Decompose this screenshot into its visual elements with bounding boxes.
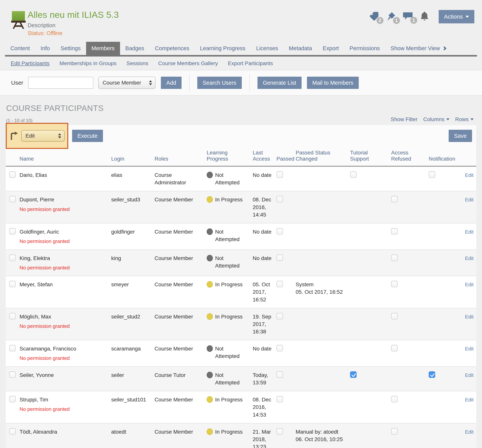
notification-checkbox[interactable] (429, 371, 435, 378)
rows-dropdown[interactable]: Rows (455, 116, 474, 122)
show-filter-link[interactable]: Show Filter (391, 116, 418, 122)
tab-settings[interactable]: Settings (55, 42, 86, 55)
notification-checkbox[interactable] (429, 171, 435, 178)
subtab-edit-participants[interactable]: Edit Participants (11, 60, 49, 66)
select-column-header (6, 147, 18, 166)
subtab-export-participants[interactable]: Export Participants (228, 60, 273, 66)
access-refused-checkbox[interactable] (391, 196, 398, 202)
learning-progress-status-icon (207, 172, 213, 178)
access-refused-checkbox[interactable] (391, 313, 398, 319)
subtab-course-members-gallery[interactable]: Course Members Gallery (158, 60, 218, 66)
tab-members[interactable]: Members (86, 42, 120, 55)
row-select-checkbox[interactable] (9, 171, 16, 178)
access-refused-checkbox[interactable] (391, 281, 398, 287)
pin-icon[interactable]: 1 (386, 11, 396, 22)
passed-checkbox[interactable] (276, 371, 283, 378)
tutorial-support-cell (348, 340, 389, 367)
user-input[interactable] (28, 77, 93, 89)
search-users-button[interactable]: Search Users (197, 77, 242, 89)
columns-dropdown[interactable]: Columns (423, 116, 450, 122)
passed-checkbox[interactable] (276, 228, 283, 235)
passed-checkbox[interactable] (276, 254, 283, 261)
edit-row-link[interactable]: Edit (465, 397, 474, 403)
passed-checkbox[interactable] (276, 171, 283, 178)
edit-row-link[interactable]: Edit (465, 229, 474, 235)
tab-info[interactable]: Info (35, 42, 55, 55)
mail-to-members-button[interactable]: Mail to Members (307, 77, 359, 89)
execute-button-top[interactable]: Execute (72, 130, 103, 142)
access-refused-checkbox[interactable] (391, 228, 398, 235)
tutorial-support-cell (348, 166, 389, 191)
learning-progress-status-icon (207, 255, 213, 261)
row-select-checkbox[interactable] (9, 281, 16, 287)
access-refused-checkbox[interactable] (391, 428, 398, 435)
passed-status-changed-cell (294, 166, 348, 191)
passed-checkbox[interactable] (276, 196, 283, 202)
notification-cell (427, 191, 461, 223)
access-refused-cell (389, 166, 427, 191)
column-header-passed: Passed (274, 147, 294, 166)
tab-metadata[interactable]: Metadata (283, 42, 317, 55)
row-select-checkbox[interactable] (9, 396, 16, 402)
row-select-cell (6, 191, 18, 223)
bulk-action-select-top[interactable]: Edit (21, 130, 64, 141)
caret-down-icon (466, 16, 469, 18)
row-select-checkbox[interactable] (9, 428, 16, 435)
access-refused-checkbox[interactable] (391, 396, 398, 402)
tab-licenses[interactable]: Licenses (251, 42, 283, 55)
tab-show-member-view[interactable]: Show Member View (385, 42, 451, 55)
learning-progress-status-icon (207, 228, 213, 235)
passed-checkbox[interactable] (276, 281, 283, 287)
row-select-checkbox[interactable] (9, 196, 16, 202)
row-select-checkbox[interactable] (9, 254, 16, 261)
passed-checkbox[interactable] (276, 396, 283, 402)
edit-row-link[interactable]: Edit (465, 429, 474, 435)
edit-row-link[interactable]: Edit (465, 372, 474, 378)
row-select-checkbox[interactable] (9, 313, 16, 319)
save-button-top[interactable]: Save (449, 130, 472, 142)
tab-export[interactable]: Export (317, 42, 344, 55)
edit-row-link[interactable]: Edit (465, 346, 474, 352)
passed-cell (274, 191, 294, 223)
last-access-cell: 21. Mar 2018, 13:23 (251, 423, 274, 448)
row-select-checkbox[interactable] (9, 371, 16, 378)
edit-row-link[interactable]: Edit (465, 255, 474, 261)
tutorial-support-checkbox[interactable] (350, 171, 357, 178)
notification-cell (427, 308, 461, 340)
passed-checkbox[interactable] (276, 345, 283, 351)
tutorial-support-checkbox[interactable] (350, 371, 357, 378)
bell-icon[interactable] (420, 11, 429, 22)
access-refused-checkbox[interactable] (391, 345, 398, 351)
participant-name: King, Elektra (20, 254, 107, 262)
tab-permissions[interactable]: Permissions (344, 42, 385, 55)
roles-cell: Course Member (153, 250, 205, 276)
role-select[interactable]: Course Member (98, 77, 155, 89)
edit-row-link[interactable]: Edit (465, 197, 474, 203)
subtab-sessions[interactable]: Sessions (127, 60, 148, 66)
row-select-checkbox[interactable] (9, 345, 16, 351)
name-cell: Tödt, Alexandra (18, 423, 109, 448)
row-select-cell (6, 223, 18, 250)
access-refused-checkbox[interactable] (391, 254, 398, 261)
subtab-memberships-in-groups[interactable]: Memberships in Groups (59, 60, 116, 66)
actions-button[interactable]: Actions (439, 10, 474, 23)
passed-checkbox[interactable] (276, 428, 283, 435)
passed-checkbox[interactable] (276, 313, 283, 319)
passed-status-changed-cell (294, 223, 348, 250)
tab-content[interactable]: Content (5, 42, 35, 55)
row-select-checkbox[interactable] (9, 228, 16, 235)
subtab-bar: Edit ParticipantsMemberships in GroupsSe… (5, 56, 477, 70)
edit-row-link[interactable]: Edit (465, 314, 474, 320)
tab-learning-progress[interactable]: Learning Progress (195, 42, 251, 55)
generate-list-button[interactable]: Generate List (257, 77, 302, 89)
tags-icon[interactable]: 2 (369, 11, 379, 22)
tab-badges[interactable]: Badges (120, 42, 150, 55)
comments-icon[interactable]: 1 (403, 11, 413, 22)
column-header-name: Name (18, 147, 109, 166)
passed-cell (274, 340, 294, 367)
participants-header: COURSE PARTICIPANTS (1 - 10 of 10) Show … (0, 96, 482, 125)
add-button[interactable]: Add (161, 77, 182, 89)
edit-row-link[interactable]: Edit (465, 172, 474, 178)
tab-competences[interactable]: Competences (150, 42, 195, 55)
edit-row-link[interactable]: Edit (465, 282, 474, 287)
